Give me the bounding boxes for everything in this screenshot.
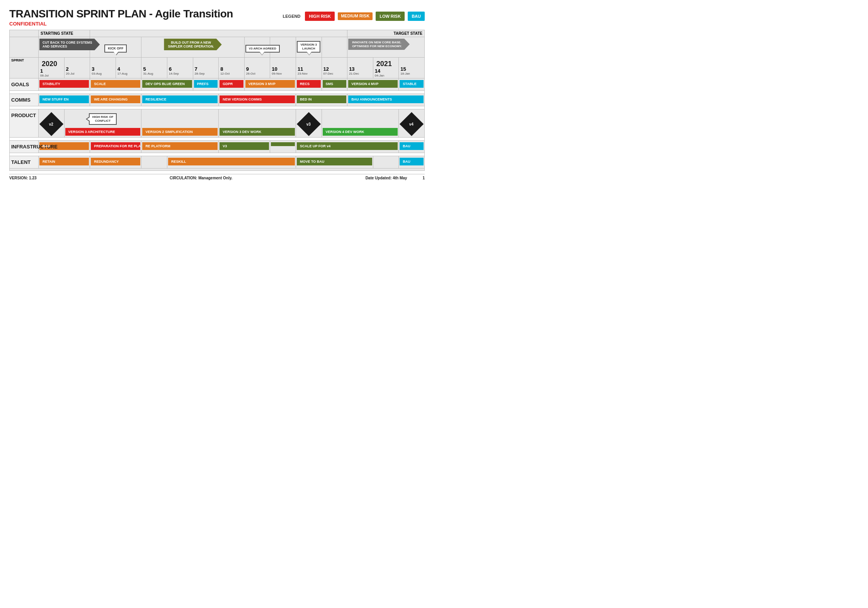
infra-bau1-cell: BAU bbox=[39, 141, 90, 153]
comms-changing: WE ARE CHANGING bbox=[91, 95, 140, 103]
diamond-v2: v2 bbox=[39, 112, 63, 136]
sprint-num-10: 10 bbox=[272, 66, 294, 72]
talent-bau: BAU bbox=[400, 158, 424, 165]
sprint-7-header: 7 28-Sep bbox=[193, 58, 219, 78]
sprint-15-header: 15 18-Jan bbox=[399, 58, 425, 78]
goals-stable-cell: STABLE bbox=[399, 78, 425, 91]
sprint-4-header: 4 17-Aug bbox=[116, 58, 141, 78]
goal-v4mvp: VERSION 4 MVP bbox=[348, 80, 398, 88]
sprint-num-13: 13 bbox=[349, 66, 371, 72]
sprint-date-9: 26-Oct bbox=[246, 72, 269, 75]
goal-v3mvp: VERSION 3 MVP bbox=[245, 80, 295, 88]
comms-bedin-cell: BED IN bbox=[296, 94, 347, 106]
product-v3dev: VERSION 3 DEV WORK bbox=[220, 128, 295, 136]
goals-gdpr-cell: GDPR bbox=[219, 78, 245, 91]
sprint-10-header: 10 09-Nov bbox=[270, 58, 296, 78]
comms-newversion-cell: NEW VERSION COMMS bbox=[219, 94, 296, 106]
sprint-date-8: 12-Oct bbox=[220, 72, 243, 75]
product-v3dev-cell: VERSION 3 DEV WORK bbox=[219, 109, 296, 138]
phase-banner-1: CUT BACK TO CORE SYSTEMSAND SERVICES bbox=[39, 39, 100, 50]
page-wrapper: TRANSITION SPRINT PLAN - Agile Transitio… bbox=[9, 8, 425, 180]
sprint-num-12: 12 bbox=[323, 66, 346, 72]
sprint-12-header: 12 07-Dec bbox=[322, 58, 347, 78]
talent-bau-cell: BAU bbox=[399, 156, 425, 169]
sprint-date-4: 17-Aug bbox=[117, 72, 140, 75]
footer-version: VERSION: 1.23 bbox=[9, 176, 37, 180]
comms-bedin: BED IN bbox=[297, 95, 346, 103]
legend-high-risk: HIGH RISK bbox=[305, 12, 335, 21]
goal-stability: STABILITY bbox=[39, 80, 89, 88]
goals-v3mvp-cell: VERSION 3 MVP bbox=[244, 78, 296, 91]
year-2020: 2020 bbox=[40, 58, 63, 68]
arrow-cut-back: CUT BACK TO CORE SYSTEMSAND SERVICES bbox=[39, 37, 90, 58]
sprint-date-11: 23-Nov bbox=[298, 72, 320, 75]
sprint-date-7: 28-Sep bbox=[195, 72, 217, 75]
kickoff-callout-cell: KICK OFF bbox=[90, 37, 141, 58]
sprint-2-header: 2 20-Jul bbox=[64, 58, 90, 78]
middle-state-space bbox=[90, 30, 347, 37]
spacer-infra-talent bbox=[10, 153, 425, 156]
arrow-build-out: BUILD OUT FROM A NEWSIMPLER CORE OPERATI… bbox=[141, 37, 244, 58]
legend: LEGEND HIGH RISK MEDIUM RISK LOW RISK BA… bbox=[283, 12, 425, 21]
talent-label: TALENT bbox=[10, 156, 39, 169]
sprint-num-1: 1 bbox=[40, 68, 63, 74]
product-v4dev: VERSION 4 DEV WORK bbox=[323, 128, 398, 136]
sprint-num-9: 9 bbox=[246, 66, 269, 72]
sprint-date-3: 03-Aug bbox=[92, 72, 114, 75]
sprint-1-header: 2020 1 06-Jul bbox=[39, 58, 65, 78]
goals-scale-cell: SCALE bbox=[90, 78, 141, 91]
spacer-comms-product bbox=[10, 106, 425, 109]
sprint-date-2: 20-Jul bbox=[66, 72, 89, 75]
goal-stable: STABLE bbox=[400, 80, 424, 88]
footer-date: Date Updated: 4th May bbox=[366, 176, 407, 180]
product-v3arch-cell: HIGH RISK OFCONFLICT VERSION 3 ARCHITECT… bbox=[64, 109, 141, 138]
sprint-date-6: 14-Sep bbox=[169, 72, 191, 75]
sprint-num-14: 14 bbox=[375, 68, 397, 74]
comms-newstuff-cell: NEW STUFF EN bbox=[39, 94, 90, 106]
phase-banner-3: INNOVATE ON NEW CORE BASE.OPTIMISED FOR … bbox=[348, 39, 410, 50]
footer-circulation-text: CIRCULATION: Management Only. bbox=[170, 176, 232, 180]
goals-sms-cell: SMS bbox=[322, 78, 347, 91]
talent-retain: RETAIN bbox=[39, 158, 89, 165]
infrastructure-row: INFRASTRUCTURE BAU PREPARATION FOR RE PL… bbox=[10, 141, 425, 153]
label-col-arrows bbox=[10, 37, 39, 58]
comms-newversion: NEW VERSION COMMS bbox=[220, 95, 295, 103]
diamond-v3: v3 bbox=[297, 112, 321, 136]
footer: VERSION: 1.23 CIRCULATION: Management On… bbox=[9, 174, 425, 180]
phase-arrows-row: CUT BACK TO CORE SYSTEMSAND SERVICES KIC… bbox=[10, 37, 425, 58]
talent-redundancy-cell: REDUNDANCY bbox=[90, 156, 141, 169]
title-block: TRANSITION SPRINT PLAN - Agile Transitio… bbox=[9, 8, 233, 27]
legend-low-risk: LOW RISK bbox=[376, 12, 405, 21]
comms-bau: BAU ANNOUNCEMENTS bbox=[348, 95, 424, 103]
comms-resilience: RESILIENCE bbox=[142, 95, 218, 103]
label-col-header bbox=[10, 30, 39, 37]
product-v2simp: VERSION 2 SIMPLIFICATION bbox=[142, 128, 218, 136]
sprint-num-7: 7 bbox=[195, 66, 217, 72]
talent-movetobau-cell: MOVE TO BAU bbox=[296, 156, 373, 169]
goal-devops: DEV OPS BLUE GREEN bbox=[142, 80, 192, 88]
comms-row: COMMS NEW STUFF EN WE ARE CHANGING RESIL… bbox=[10, 94, 425, 106]
goals-prefs-cell: PREFS bbox=[193, 78, 219, 91]
comms-changing-cell: WE ARE CHANGING bbox=[90, 94, 141, 106]
talent-empty-5 bbox=[141, 156, 167, 169]
sprint-date-10: 09-Nov bbox=[272, 72, 294, 75]
phase-banner-2: BUILD OUT FROM A NEWSIMPLER CORE OPERATI… bbox=[164, 39, 221, 50]
sprint-date-14: 04-Jan bbox=[375, 74, 397, 77]
bottom-border-row bbox=[10, 169, 425, 171]
confidential-label: CONFIDENTIAL bbox=[9, 21, 233, 27]
product-v3-cell: v3 bbox=[296, 109, 322, 138]
infra-scaleup: SCALE UP FOR v4 bbox=[297, 142, 398, 150]
goals-label: GOALS bbox=[10, 78, 39, 91]
talent-retain-cell: RETAIN bbox=[39, 156, 90, 169]
sprint-num-5: 5 bbox=[143, 66, 165, 72]
sprint-9-header: 9 26-Oct bbox=[244, 58, 270, 78]
v3arch-callout-cell: V3 ARCH AGREED bbox=[244, 37, 270, 58]
comms-bau-cell: BAU ANNOUNCEMENTS bbox=[347, 94, 425, 106]
infra-prep-cell: PREPARATION FOR RE PLATFORM bbox=[90, 141, 141, 153]
sprint-8-header: 8 12-Oct bbox=[219, 58, 245, 78]
arrow-innovate: INNOVATE ON NEW CORE BASE.OPTIMISED FOR … bbox=[347, 37, 425, 58]
goals-stability-cell: STABILITY bbox=[39, 78, 90, 91]
product-row: PRODUCT v2 HIGH RISK OFCONFLICT VERSION … bbox=[10, 109, 425, 138]
sprint-num-3: 3 bbox=[92, 66, 114, 72]
infra-v3: V3 bbox=[220, 142, 269, 150]
